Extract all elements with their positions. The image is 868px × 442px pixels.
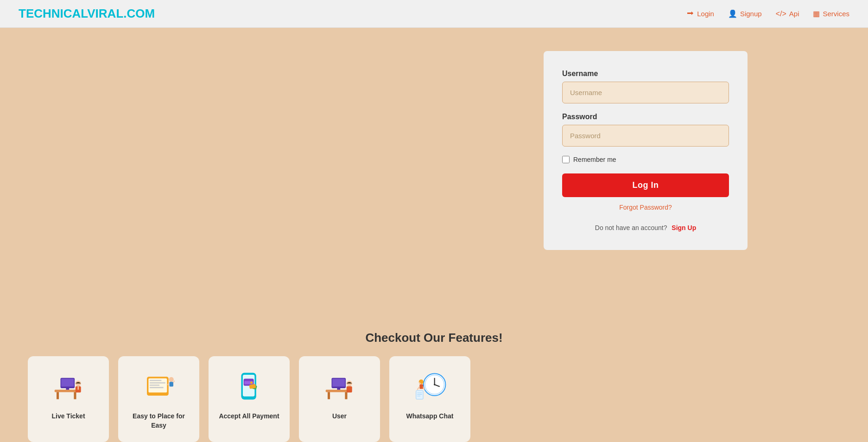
feature-card-user: User [299, 356, 380, 442]
remember-checkbox[interactable] [562, 156, 570, 163]
features-section: Checkout Our Features! [0, 321, 868, 442]
easy-place-label: Easy to Place for Easy [125, 412, 192, 430]
svg-rect-28 [345, 392, 347, 399]
nav-signup-label: Signup [740, 10, 762, 18]
svg-rect-12 [150, 382, 165, 384]
signup-icon: 👤 [728, 9, 737, 18]
feature-card-easy-place: Easy to Place for Easy [118, 356, 199, 442]
accept-payment-label: Accept All Payment [219, 412, 279, 421]
svg-rect-31 [337, 388, 340, 389]
svg-point-32 [347, 380, 352, 386]
features-title: Checkout Our Features! [28, 331, 840, 345]
svg-rect-2 [74, 392, 76, 399]
svg-point-6 [76, 380, 81, 386]
remember-me-group: Remember me [562, 156, 729, 163]
svg-point-23 [250, 381, 253, 384]
nav-services[interactable]: ▦ Services [813, 9, 849, 18]
services-icon: ▦ [813, 9, 820, 18]
svg-line-41 [417, 386, 419, 390]
live-ticket-illustration [49, 367, 88, 406]
svg-rect-11 [150, 380, 162, 381]
forgot-password-link[interactable]: Forgot Password? [562, 204, 729, 211]
user-icon-area [319, 365, 361, 407]
nav-login-label: Login [697, 10, 714, 18]
easy-place-illustration [139, 367, 178, 406]
feature-card-accept-payment: Accept All Payment [209, 356, 290, 442]
live-ticket-icon-area [48, 365, 89, 407]
nav-links: ⮕ Login 👤 Signup </> Api ▦ Services [687, 9, 849, 18]
main-content: Username Password Remember me Log In For… [0, 28, 868, 442]
whatsapp-illustration [410, 367, 450, 406]
nav-signup[interactable]: 👤 Signup [728, 9, 762, 18]
svg-rect-30 [332, 378, 345, 386]
svg-rect-44 [416, 391, 423, 399]
easy-place-icon-area [138, 365, 180, 407]
no-account-text: Do not have an account? [595, 224, 667, 231]
username-label: Username [562, 70, 729, 78]
user-illustration [320, 367, 359, 406]
accept-payment-illustration [229, 367, 269, 406]
svg-point-38 [434, 384, 435, 385]
svg-rect-13 [150, 384, 159, 386]
whatsapp-label: Whatsapp Chat [406, 412, 454, 421]
remember-label[interactable]: Remember me [573, 156, 616, 163]
nav-login[interactable]: ⮕ Login [687, 10, 714, 18]
svg-rect-27 [328, 392, 330, 399]
navbar: TECHNICALVIRAL.COM ⮕ Login 👤 Signup </> … [0, 0, 868, 28]
svg-rect-40 [419, 384, 423, 389]
nav-api-label: Api [789, 10, 799, 18]
nav-api[interactable]: </> Api [776, 10, 799, 18]
whatsapp-icon-area [409, 365, 451, 407]
feature-card-whatsapp: Whatsapp Chat [389, 356, 470, 442]
svg-line-18 [173, 380, 175, 382]
svg-rect-4 [61, 378, 74, 386]
user-label: User [332, 412, 347, 421]
svg-rect-33 [347, 386, 352, 392]
svg-point-39 [419, 379, 424, 384]
password-label: Password [562, 113, 729, 121]
nav-services-label: Services [823, 10, 849, 18]
signup-section: Do not have an account? Sign Up [562, 224, 729, 231]
svg-rect-26 [326, 390, 349, 392]
svg-rect-14 [150, 387, 164, 388]
accept-payment-icon-area [228, 365, 270, 407]
login-card: Username Password Remember me Log In For… [544, 51, 748, 250]
svg-point-15 [169, 377, 174, 382]
password-input[interactable] [562, 125, 729, 147]
login-icon: ⮕ [687, 10, 694, 18]
svg-rect-1 [57, 392, 59, 399]
brand-logo[interactable]: TECHNICALVIRAL.COM [19, 6, 155, 21]
login-button[interactable]: Log In [562, 173, 729, 197]
features-cards: Live Ticket [28, 356, 840, 442]
svg-rect-16 [169, 382, 173, 386]
svg-rect-5 [66, 388, 69, 389]
signup-link[interactable]: Sign Up [672, 224, 696, 231]
api-icon: </> [776, 10, 786, 18]
username-input[interactable] [562, 82, 729, 103]
feature-card-live-ticket: Live Ticket [28, 356, 109, 442]
live-ticket-label: Live Ticket [51, 412, 85, 421]
svg-rect-0 [55, 390, 78, 392]
